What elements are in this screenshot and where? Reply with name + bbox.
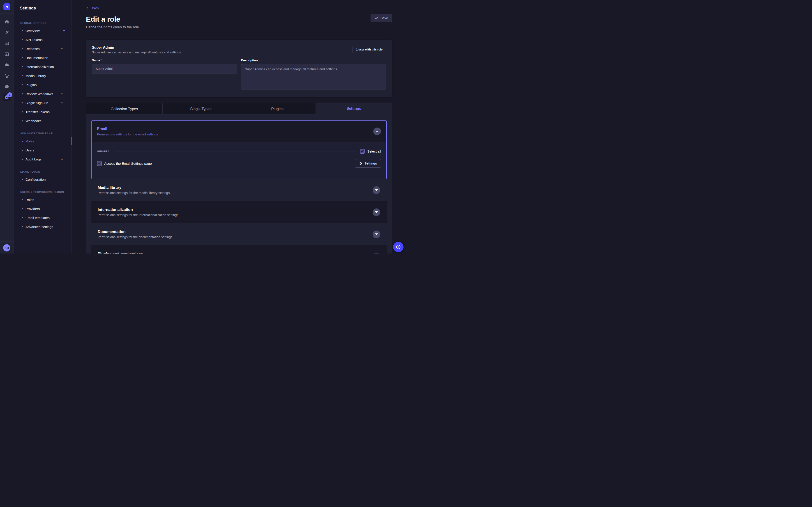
accordion-title: Email <box>97 127 158 131</box>
section-global-settings: GLOBAL SETTINGS Overview API Tokens Rele… <box>17 22 68 125</box>
notification-dot-icon <box>63 30 65 31</box>
rail-content-button[interactable] <box>0 27 13 38</box>
sidebar-item-transfer-tokens[interactable]: Transfer Tokens <box>17 107 68 116</box>
sidebar-item-email-templates[interactable]: Email templates <box>17 213 68 222</box>
sidebar-item-advanced-settings[interactable]: Advanced settings <box>17 222 68 231</box>
chevron-down-icon <box>375 233 378 237</box>
sidebar-item-users[interactable]: Users <box>17 146 68 155</box>
sidebar-item-roles[interactable]: Roles <box>17 136 68 146</box>
section-label: ADMINISTRATION PANEL <box>17 132 68 135</box>
permission-label: Access the Email Settings page <box>104 162 152 165</box>
rail-cloud-button[interactable] <box>0 59 13 70</box>
role-description-heading: Super Admins can access and manage all f… <box>92 51 386 54</box>
cloud-icon <box>4 62 9 67</box>
sidebar-item-plugins[interactable]: Plugins <box>17 80 68 89</box>
sidebar-item-up-roles[interactable]: Roles <box>17 195 68 204</box>
sidebar-item-documentation[interactable]: Documentation <box>17 53 68 62</box>
tab-plugins[interactable]: Plugins <box>239 103 316 114</box>
section-label: EMAIL PLUGIN <box>17 170 68 173</box>
permission-checkbox[interactable] <box>97 161 102 166</box>
chevron-up-icon <box>376 129 378 132</box>
select-all-label: Select all <box>367 150 381 153</box>
chevron-down-icon <box>375 211 378 215</box>
accordion-email-header[interactable]: Email Permissions settings for the email… <box>92 121 387 142</box>
role-card: Super Admin Super Admins can access and … <box>86 40 392 97</box>
arrow-left-icon <box>86 6 90 10</box>
workspace-rail: 1 KD <box>0 0 14 253</box>
accordion-documentation[interactable]: Documentation Permissions settings for t… <box>91 223 387 245</box>
rail-home-button[interactable] <box>0 16 13 27</box>
name-input[interactable] <box>92 64 237 73</box>
home-icon <box>4 19 9 24</box>
email-settings-button[interactable]: Settings <box>355 159 381 168</box>
accordion-email-body: GENERAL Select all <box>92 142 387 179</box>
lightning-icon <box>60 158 64 161</box>
gear-icon <box>359 162 362 165</box>
info-icon <box>4 84 9 89</box>
general-section-label: GENERAL <box>97 150 111 153</box>
section-email-plugin: EMAIL PLUGIN Configuration <box>17 170 68 184</box>
question-mark-icon: ? <box>396 244 401 250</box>
permissions-tabs: Collection Types Single Types Plugins Se… <box>86 103 392 114</box>
expand-toggle-button[interactable] <box>373 209 380 216</box>
sidebar-item-configuration[interactable]: Configuration <box>17 175 68 184</box>
strapi-logo-icon <box>5 5 9 9</box>
rail-settings-button[interactable]: 1 <box>0 92 13 103</box>
accordion-media-library[interactable]: Media library Permissions settings for t… <box>91 179 387 201</box>
sidebar-item-api-tokens[interactable]: API Tokens <box>17 35 68 44</box>
rail-info-button[interactable] <box>0 81 13 92</box>
back-link[interactable]: Back <box>86 6 99 10</box>
expand-toggle-button[interactable] <box>373 230 380 238</box>
save-button[interactable]: Save <box>370 14 392 22</box>
strapi-logo[interactable] <box>3 3 10 10</box>
sidebar-item-review-workflows[interactable]: Review Workflows <box>17 89 68 98</box>
tab-single-types[interactable]: Single Types <box>163 103 239 114</box>
tab-collection-types[interactable]: Collection Types <box>86 103 163 114</box>
sidebar-item-webhooks[interactable]: Webhooks <box>17 116 68 125</box>
description-textarea[interactable]: Super Admins can access and manage all f… <box>241 64 387 90</box>
users-with-role-button[interactable]: 1 user with this role <box>353 46 386 53</box>
main-content: Back Edit a role Define the rights given… <box>72 0 406 253</box>
expand-toggle-button[interactable] <box>373 252 380 253</box>
bullet-icon <box>22 179 23 180</box>
accordion-internationalization[interactable]: Internationalization Permissions setting… <box>91 201 387 223</box>
help-button[interactable]: ? <box>393 242 404 252</box>
bullet-icon <box>22 39 23 40</box>
bullet-icon <box>22 102 23 103</box>
required-asterisk: * <box>101 59 102 62</box>
sidebar-item-audit-logs[interactable]: Audit Logs <box>17 155 68 164</box>
section-label: GLOBAL SETTINGS <box>17 22 68 24</box>
sidebar-item-releases[interactable]: Releases <box>17 44 68 53</box>
check-icon <box>375 16 378 20</box>
rail-media-button[interactable] <box>0 38 13 49</box>
lightning-icon <box>60 92 64 96</box>
role-name-heading: Super Admin <box>92 46 386 50</box>
rail-marketplace-button[interactable] <box>0 70 13 81</box>
sidebar-item-single-sign-on[interactable]: Single Sign-On <box>17 98 68 107</box>
accordion-caption: Permissions settings for the email setti… <box>97 132 158 136</box>
bullet-icon <box>22 111 23 112</box>
sidebar-item-overview[interactable]: Overview <box>17 26 68 35</box>
bullet-icon <box>22 30 23 31</box>
sidebar-item-media-library[interactable]: Media Library <box>17 71 68 80</box>
bullet-icon <box>22 120 23 121</box>
tab-settings[interactable]: Settings <box>316 103 392 114</box>
checkmark-icon <box>361 150 364 153</box>
chevron-down-icon <box>375 189 378 192</box>
user-avatar[interactable]: KD <box>3 244 10 251</box>
description-label: Description <box>241 59 258 62</box>
collapse-toggle-button[interactable] <box>373 127 381 135</box>
page-title: Edit a role <box>86 15 392 23</box>
select-all-checkbox[interactable] <box>360 149 365 154</box>
rail-layout-button[interactable] <box>0 49 13 59</box>
description-field-group: Description Super Admins can access and … <box>241 58 387 90</box>
bullet-icon <box>22 217 23 218</box>
accordion-plugins-marketplace[interactable]: Plugins and marketplace <box>91 245 387 253</box>
name-field-group: Name* <box>92 58 237 90</box>
page-subtitle: Define the rights given to the role <box>86 25 392 29</box>
sidebar-item-providers[interactable]: Providers <box>17 204 68 213</box>
expand-toggle-button[interactable] <box>373 186 380 194</box>
bullet-icon <box>22 226 23 227</box>
lightning-icon <box>60 47 64 51</box>
sidebar-item-internationalization[interactable]: Internationalization <box>17 62 68 71</box>
